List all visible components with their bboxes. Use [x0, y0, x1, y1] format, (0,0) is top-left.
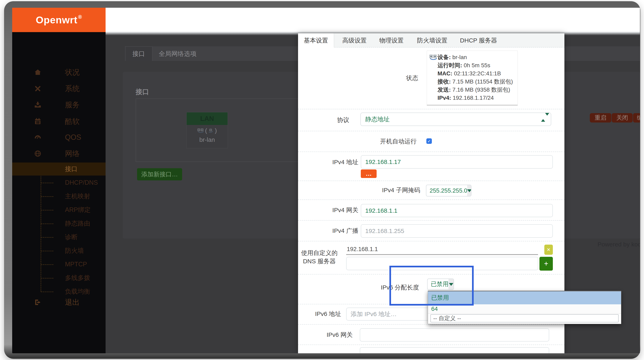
protocol-label: 协议: [298, 116, 349, 124]
sidebar: 状况 系统 服务 酷软 QOS 网络: [12, 32, 106, 353]
sidebar-subitem-label: 主机映射: [65, 192, 90, 201]
sidebar-item-firewall[interactable]: 防火墙: [12, 245, 106, 256]
ipv4-broadcast-input[interactable]: [361, 224, 553, 238]
lan-card-title: LAN: [186, 112, 228, 125]
sidebar-item-multiwan[interactable]: 多线多拨: [12, 272, 106, 284]
tab-physical-settings[interactable]: 物理设置: [379, 33, 404, 48]
tab-interfaces-label[interactable]: 接口: [132, 50, 145, 58]
sidebar-subitem-label: 静态路由: [65, 219, 90, 228]
sidebar-item-label: 状况: [65, 68, 80, 77]
ipv4-address-label: IPv4 地址: [298, 158, 358, 166]
gauge-icon: [33, 133, 42, 142]
sidebar-item-host-mapping[interactable]: 主机映射: [12, 191, 106, 202]
sidebar-item-logout[interactable]: 退出: [12, 296, 106, 309]
logo-registered-mark: ®: [78, 14, 82, 20]
status-line: 设备: br-lan: [438, 53, 515, 61]
sidebar-item-label: QOS: [65, 133, 81, 142]
tab-advanced-settings[interactable]: 高级设置: [342, 33, 367, 48]
tab-general-settings[interactable]: 基本设置: [298, 33, 334, 48]
ipv4-netmask-value: 255.255.255.0: [426, 185, 467, 196]
dns-remove-button[interactable]: ✕: [544, 245, 553, 255]
edit-button[interactable]: 编辑: [633, 113, 640, 123]
paren-open: (: [205, 127, 207, 134]
window-frame: Openwrt® 状况 系统 服务 酷软 QOS 网络: [4, 1, 640, 359]
sidebar-subitem-label: 多线多拨: [65, 274, 90, 282]
autostart-checkbox[interactable]: ✓: [426, 138, 432, 144]
sidebar-item-label: 系统: [65, 84, 80, 94]
openwrt-logo: Openwrt®: [12, 8, 106, 32]
shutdown-button[interactable]: 关闭: [612, 113, 633, 123]
sidebar-subitem-label: MPTCP: [65, 261, 87, 268]
protocol-select[interactable]: 静态地址: [360, 113, 551, 126]
home-icon: [33, 68, 42, 77]
ipv6-gateway-input[interactable]: [360, 328, 549, 341]
check-icon: ✓: [427, 139, 431, 144]
status-box: 设备: br-lan 运行时间: 0h 5m 55s MAC: 02:11:32…: [427, 51, 518, 105]
logo-text: Openwrt: [36, 14, 78, 26]
sidebar-item-network[interactable]: 网络: [12, 147, 106, 160]
ipv4-address-more-button[interactable]: …: [361, 169, 376, 178]
sidebar-item-status[interactable]: 状况: [12, 66, 106, 79]
sidebar-item-services[interactable]: 服务: [12, 98, 106, 111]
sidebar-item-system[interactable]: 系统: [12, 82, 106, 95]
window-content: Openwrt® 状况 系统 服务 酷软 QOS 网络: [12, 8, 640, 353]
chevron-down-icon: [467, 185, 472, 196]
dialog-tab-bar: 基本设置 高级设置 物理设置 防火墙设置 DHCP 服务器: [298, 33, 564, 48]
tab-global-network-options[interactable]: 全局网络选项: [159, 50, 196, 58]
sidebar-item-load-balancing[interactable]: 负载均衡: [12, 286, 106, 297]
sidebar-item-interfaces[interactable]: 接口: [12, 163, 106, 176]
partial-input[interactable]: [360, 347, 549, 353]
sidebar-item-label: 退出: [65, 297, 80, 307]
interfaces-section-title: 接口: [136, 87, 149, 97]
custom-dns-label: 使用自定义的 DNS 服务器: [298, 249, 341, 265]
add-interface-button[interactable]: 添加新接口…: [137, 168, 182, 180]
lan-interface-card[interactable]: LAN ( ) br-lan: [186, 112, 228, 148]
dns-entry-value[interactable]: 192.168.1.1: [347, 246, 378, 252]
ipv4-gateway-input[interactable]: [361, 204, 553, 217]
ipv4-netmask-select[interactable]: 255.255.255.0: [426, 185, 472, 196]
sidebar-item-label: 酷软: [65, 117, 80, 127]
sidebar-item-diagnostics[interactable]: 诊断: [12, 231, 106, 243]
powered-by-text: Powered by koolshare: [598, 241, 640, 248]
ipv6-address-label: IPv6 地址: [298, 310, 341, 318]
top-bar: [12, 8, 640, 32]
ethernet-icon: [430, 54, 438, 62]
sidebar-subitem-label: 负载均衡: [65, 287, 90, 296]
dropdown-custom-input[interactable]: -- 自定义 --: [430, 314, 618, 322]
calendar-icon: [33, 117, 42, 126]
lan-card-device: br-lan: [186, 136, 228, 143]
tab-firewall-settings[interactable]: 防火墙设置: [417, 33, 448, 48]
sidebar-item-qos[interactable]: QOS: [12, 131, 106, 144]
ipv4-gateway-label: IPv4 网关: [298, 206, 358, 214]
lan-card-icons: ( ): [186, 125, 228, 136]
tools-icon: [33, 84, 42, 93]
status-line: 发送: 7.16 MB (9358 数据包): [438, 86, 515, 94]
ipv4-netmask-label: IPv4 子网掩码: [298, 186, 420, 194]
ipv6-gateway-label: IPv6 网关: [298, 331, 353, 339]
sidebar-item-koolsoft[interactable]: 酷软: [12, 115, 106, 128]
sidebar-item-arp-binding[interactable]: ARP绑定: [12, 204, 106, 216]
row-ipv4-address: IPv4 地址 …: [298, 152, 564, 181]
sidebar-subitem-label: 接口: [65, 165, 78, 173]
sidebar-subitem-label: 防火墙: [65, 246, 84, 255]
sidebar-item-static-routes[interactable]: 静态路由: [12, 218, 106, 229]
sidebar-item-mptcp[interactable]: MPTCP: [12, 259, 106, 270]
ipv4-address-input[interactable]: [361, 155, 553, 169]
restart-button[interactable]: 重启: [590, 113, 611, 123]
status-line: MAC: 02:11:32:2C:41:1B: [438, 70, 515, 78]
status-line: 接收: 7.15 MB (11554 数据包): [438, 78, 515, 86]
tab-dhcp-server[interactable]: DHCP 服务器: [460, 33, 497, 48]
row-ipv4-gateway: IPv4 网关: [298, 200, 564, 221]
inbox-download-icon: [33, 100, 42, 109]
dns-add-button[interactable]: +: [540, 257, 553, 271]
globe-icon: [33, 149, 42, 158]
dropdown-option-64[interactable]: 64: [428, 304, 621, 314]
row-status: 状态 设备: br-lan 运行时间: 0h 5m 55s MAC: 02:11…: [298, 48, 564, 109]
annotation-highlight-rectangle: [390, 266, 474, 305]
sidebar-item-dhcp-dns[interactable]: DHCP/DNS: [12, 177, 106, 188]
autostart-label: 开机自动运行: [298, 137, 416, 146]
ipv4-broadcast-label: IPv4 广播: [298, 227, 358, 235]
logout-icon: [33, 298, 42, 307]
row-ipv4-netmask: IPv4 子网掩码 255.255.255.0: [298, 181, 564, 200]
protocol-selected-value: 静态地址: [361, 115, 390, 124]
